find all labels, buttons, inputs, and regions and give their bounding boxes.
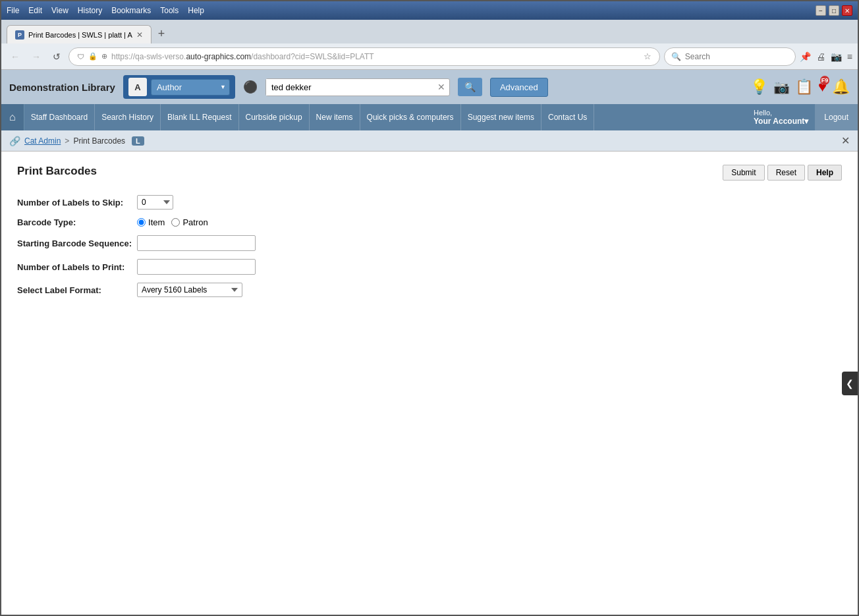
menu-history[interactable]: History <box>78 6 102 15</box>
search-icon: 🔍 <box>671 52 681 61</box>
menu-view[interactable]: View <box>51 6 69 15</box>
nav-account[interactable]: Hello, Your Account▾ <box>747 109 815 126</box>
breadcrumb-current: Print Barcodes <box>73 136 125 146</box>
nav-quick-picks[interactable]: Quick picks & computers <box>360 104 461 130</box>
radio-item-label[interactable]: Item <box>137 217 165 227</box>
nav-bar: ⌂ Staff Dashboard Search History Blank I… <box>1 104 858 130</box>
help-button[interactable]: Help <box>808 165 842 181</box>
nav-right: Hello, Your Account▾ Logout <box>747 104 858 130</box>
bookmark-star-icon[interactable]: ☆ <box>644 51 651 61</box>
breadcrumb-close-button[interactable]: ✕ <box>841 134 850 147</box>
shield-icon: 🛡 <box>77 53 84 61</box>
menu-bookmarks[interactable]: Bookmarks <box>111 6 151 15</box>
back-button[interactable]: ← <box>7 50 24 63</box>
nav-hello: Hello, <box>754 109 808 117</box>
label-labels-to-print: Number of Labels to Print: <box>17 255 137 279</box>
label-format-select[interactable]: Avery 5160 Labels Avery 5167 Labels Aver… <box>137 283 242 297</box>
lock-icon: 🔒 <box>88 52 97 61</box>
form-row-label-format: Select Label Format: Avery 5160 Labels A… <box>17 279 261 301</box>
search-go-icon: 🔍 <box>464 82 476 92</box>
labels-to-print-input[interactable] <box>137 259 256 275</box>
search-type-dropdown[interactable]: Author Title Subject Keyword ISBN <box>151 79 230 96</box>
menu-icon[interactable]: ≡ <box>847 51 852 62</box>
menu-help[interactable]: Help <box>188 6 204 15</box>
maximize-button[interactable]: □ <box>829 5 839 16</box>
radio-item[interactable] <box>137 218 146 227</box>
menu-items: File Edit View History Bookmarks Tools H… <box>7 6 204 15</box>
menu-edit[interactable]: Edit <box>28 6 42 15</box>
label-barcode-type: Barcode Type: <box>17 213 137 231</box>
radio-item-text: Item <box>148 217 165 227</box>
search-input[interactable] <box>266 79 433 96</box>
label-label-format: Select Label Format: <box>17 279 137 301</box>
label-starting-barcode: Starting Barcode Sequence: <box>17 231 137 255</box>
form-row-starting-barcode: Starting Barcode Sequence: <box>17 231 261 255</box>
radio-patron-text: Patron <box>182 217 208 227</box>
screenshot-icon[interactable]: 📷 <box>831 51 842 62</box>
new-tab-button[interactable]: + <box>154 27 169 41</box>
breadcrumb-parent[interactable]: Cat Admin <box>24 136 61 146</box>
search-input-wrap: ✕ <box>265 78 450 96</box>
active-tab[interactable]: P Print Barcodes | SWLS | platt | A ✕ <box>7 25 152 43</box>
form-row-labels-to-print: Number of Labels to Print: <box>17 255 261 279</box>
radio-patron-label[interactable]: Patron <box>171 217 208 227</box>
skip-select[interactable]: 0 1 2 3 4 5 <box>137 195 173 210</box>
home-icon: ⌂ <box>9 111 16 123</box>
side-toggle-button[interactable]: ❮ <box>842 372 858 395</box>
nav-staff-dashboard[interactable]: Staff Dashboard <box>24 104 96 130</box>
nav-search-history[interactable]: Search History <box>95 104 161 130</box>
breadcrumb-icon: 🔗 <box>9 136 20 146</box>
field-label-format: Avery 5160 Labels Avery 5167 Labels Aver… <box>137 279 261 301</box>
page-title: Print Barcodes <box>17 165 842 178</box>
nav-new-items[interactable]: New items <box>310 104 360 130</box>
window-controls: − □ ✕ <box>816 5 852 16</box>
url-prefix: https://qa-swls-verso. <box>111 52 186 61</box>
breadcrumb-separator: > <box>65 136 69 146</box>
breadcrumb-bar: 🔗 Cat Admin > Print Barcodes L ✕ <box>1 130 858 152</box>
menu-file[interactable]: File <box>7 6 19 15</box>
main-content: Print Barcodes Submit Reset Help Number … <box>1 152 858 615</box>
starting-barcode-input[interactable] <box>137 235 256 251</box>
print-icon[interactable]: 🖨 <box>816 51 825 62</box>
search-clear-button[interactable]: ✕ <box>433 82 449 92</box>
close-button[interactable]: ✕ <box>842 5 852 16</box>
barcode-type-radio-group: Item Patron <box>137 217 256 227</box>
field-starting-barcode <box>137 231 261 255</box>
app-header: Demonstration Library A Author Title Sub… <box>1 70 858 104</box>
reset-button[interactable]: Reset <box>767 165 805 181</box>
list-icon[interactable]: 📋 <box>795 78 813 96</box>
bell-icon[interactable]: 🔔 <box>832 78 850 96</box>
nav-logout-button[interactable]: Logout <box>815 104 858 130</box>
tab-bar: P Print Barcodes | SWLS | platt | A ✕ + <box>1 20 858 43</box>
nav-curbside[interactable]: Curbside pickup <box>239 104 310 130</box>
menu-tools[interactable]: Tools <box>160 6 179 15</box>
search-type-wrapper: Author Title Subject Keyword ISBN <box>151 79 230 96</box>
nav-blank-ill[interactable]: Blank ILL Request <box>161 104 239 130</box>
submit-button[interactable]: Submit <box>723 165 764 181</box>
search-go-button[interactable]: 🔍 <box>458 78 482 96</box>
breadcrumb-badge: L <box>132 136 144 146</box>
radio-patron[interactable] <box>171 218 180 227</box>
advanced-button[interactable]: Advanced <box>490 78 548 97</box>
browser-search-box[interactable]: 🔍 Search <box>664 47 796 66</box>
field-barcode-type: Item Patron <box>137 213 261 231</box>
refresh-button[interactable]: ↺ <box>49 50 65 63</box>
forward-button[interactable]: → <box>28 50 45 63</box>
tracking-icon: ⊕ <box>101 52 107 61</box>
print-barcodes-form: Number of Labels to Skip: 0 1 2 3 4 5 Ba <box>17 191 261 301</box>
tab-close-button[interactable]: ✕ <box>136 30 143 40</box>
stacks-icon[interactable]: ⚫ <box>243 80 258 94</box>
nav-contact[interactable]: Contact Us <box>541 104 594 130</box>
minimize-button[interactable]: − <box>816 5 826 16</box>
nav-suggest[interactable]: Suggest new items <box>461 104 541 130</box>
lightbulb-icon[interactable]: 💡 <box>750 78 768 96</box>
field-skip: 0 1 2 3 4 5 <box>137 191 261 213</box>
heart-badge: F9 <box>820 76 829 85</box>
heart-icon-wrapper[interactable]: ♥ F9 <box>818 78 827 96</box>
search-type-selector: A Author Title Subject Keyword ISBN <box>123 75 235 99</box>
nav-home-button[interactable]: ⌂ <box>1 104 24 130</box>
header-icons: 💡 📷 📋 ♥ F9 🔔 <box>750 78 850 96</box>
url-bar[interactable]: 🛡 🔒 ⊕ https://qa-swls-verso.auto-graphic… <box>69 47 660 66</box>
camera-icon[interactable]: 📷 <box>773 79 790 95</box>
pocket-icon[interactable]: 📌 <box>800 51 811 62</box>
